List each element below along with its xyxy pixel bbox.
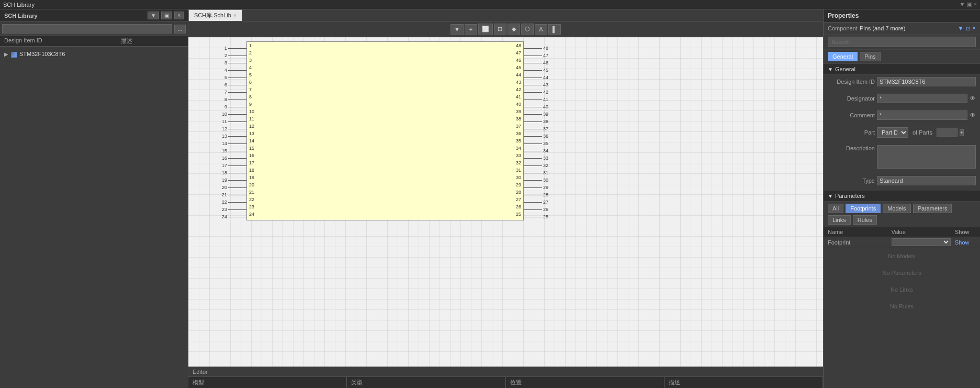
tool-text[interactable]: A: [535, 24, 547, 35]
panel-close-btn[interactable]: ×: [174, 12, 184, 19]
params-tab-rules[interactable]: Rules: [853, 215, 877, 225]
panel-detach-btn[interactable]: ▣: [161, 12, 172, 19]
col-show-header: Show: [955, 229, 976, 235]
footprint-select[interactable]: [892, 238, 951, 246]
designator-input[interactable]: [877, 94, 967, 103]
no-links: No Links: [824, 281, 980, 298]
search-row: [824, 35, 980, 50]
comment-eye[interactable]: 👁: [970, 112, 976, 119]
params-tab-models[interactable]: Models: [883, 204, 910, 213]
filter-icon3[interactable]: ×: [972, 25, 976, 32]
col-value-header: Value: [892, 229, 951, 235]
parameters-section-header[interactable]: ▼ Parameters: [824, 191, 980, 202]
tab-bar: SCH库.SchLib ×: [188, 9, 823, 21]
properties-title: Properties: [824, 9, 980, 23]
col-headers: Design Item ID 描述: [0, 36, 188, 47]
bottom-col-pos: 位置: [506, 377, 664, 388]
bottom-col-type: 类型: [347, 377, 505, 388]
filter-btn[interactable]: ...: [174, 25, 186, 34]
tool-add[interactable]: +: [465, 24, 477, 35]
canvas-area: 123456789101112131415161718192021222324 …: [188, 37, 823, 367]
prop-tabs: General Pins: [824, 50, 980, 64]
params-arrow: ▼: [828, 193, 833, 199]
bottom-col-desc: 描述: [664, 377, 823, 388]
tab-pins[interactable]: Pins: [860, 52, 880, 61]
filter-input[interactable]: [2, 24, 172, 34]
tab-label: SCH库.SchLib: [194, 12, 231, 19]
tool-filter[interactable]: ▼: [450, 24, 464, 35]
no-parameters: No Parameters: [824, 264, 980, 281]
bottom-col-model: 模型: [188, 377, 347, 388]
designator-label: Designator: [828, 95, 875, 102]
left-panel: SCH Library ▼ ▣ × ... Design Item ID 描述 …: [0, 9, 188, 388]
tab-close-btn[interactable]: ×: [233, 13, 236, 18]
component-label: Component: [828, 25, 858, 31]
ic-component: 123456789101112131415161718192021222324 …: [220, 41, 550, 220]
filter-icon[interactable]: ▼: [958, 25, 964, 32]
designator-row: Designator 👁: [824, 92, 980, 105]
comment-label: Comment: [828, 112, 875, 118]
editor-bottom-label: Editor: [188, 367, 823, 376]
part-label: Part: [828, 129, 875, 136]
title-bar: SCH Library ▼ ▣ ×: [0, 0, 980, 9]
tab-general[interactable]: General: [828, 52, 858, 61]
design-item-row: Design Item ID: [824, 75, 980, 88]
tool-select[interactable]: ⊡: [494, 24, 506, 35]
panel-pin-btn[interactable]: ▼: [148, 12, 159, 19]
description-textarea[interactable]: [877, 145, 976, 169]
type-input[interactable]: [877, 176, 976, 185]
params-tab-links[interactable]: Links: [828, 215, 851, 225]
general-section-label: General: [835, 66, 855, 72]
part-row: Part Part D of Parts +: [824, 125, 980, 140]
no-models: No Models: [824, 248, 980, 264]
footprint-val: [892, 238, 951, 246]
chip-icon: ▦: [10, 50, 17, 58]
type-row: Type: [824, 174, 980, 187]
editor-area: SCH库.SchLib × ▼ + ⬜ ⊡ ◆ ⬡ A ▌: [188, 9, 823, 388]
tab-schlib[interactable]: SCH库.SchLib ×: [188, 9, 242, 21]
col-name-header: Name: [828, 229, 887, 235]
footprint-row: Footprint Show: [824, 237, 980, 248]
of-parts-label: of Parts: [910, 129, 934, 136]
filter-icon2[interactable]: ⊡: [966, 26, 970, 31]
expand-icon: ▶: [4, 51, 8, 57]
tree-item-stm32[interactable]: ▶ ▦ STM32F103C8T6: [2, 49, 186, 59]
type-label: Type: [828, 178, 875, 184]
tool-wire[interactable]: ◆: [508, 24, 520, 35]
ic-body: 1482473464455446437428419401039113812371…: [246, 41, 524, 220]
col-design-id-header: Design Item ID: [4, 37, 121, 45]
comment-row: Comment 👁: [824, 108, 980, 122]
toolbar: ▼ + ⬜ ⊡ ◆ ⬡ A ▌: [188, 21, 823, 37]
description-row: Description: [824, 143, 980, 171]
general-arrow: ▼: [828, 66, 833, 72]
left-panel-header: SCH Library ▼ ▣ ×: [0, 9, 188, 22]
no-rules: No Rules: [824, 298, 980, 315]
right-panel: Properties Component Pins (and 7 more) ▼…: [823, 9, 980, 388]
add-part-btn[interactable]: +: [960, 129, 964, 136]
bottom-bar: 模型 类型 位置 描述: [188, 376, 823, 388]
tool-pin[interactable]: ▌: [548, 24, 561, 35]
title-controls: ▼ ▣ ×: [960, 1, 977, 8]
design-item-input[interactable]: [877, 77, 976, 86]
params-tab-all[interactable]: All: [828, 204, 843, 213]
pins-left-outer: 123456789101112131415161718192021222324: [220, 41, 246, 220]
part-select[interactable]: Part D: [877, 127, 908, 138]
filter-row: ...: [0, 22, 188, 36]
params-tab-parameters[interactable]: Parameters: [913, 204, 952, 213]
tool-poly[interactable]: ⬡: [521, 24, 534, 35]
search-input[interactable]: [828, 37, 976, 47]
footprint-name: Footprint: [828, 239, 887, 246]
of-parts-input[interactable]: [937, 128, 958, 137]
comment-input[interactable]: [877, 110, 967, 120]
tool-rect[interactable]: ⬜: [478, 24, 493, 35]
pins-right-outer: 4847464544434241403938373635343332313029…: [524, 41, 550, 220]
parameters-label: Parameters: [835, 193, 865, 199]
general-section-header[interactable]: ▼ General: [824, 64, 980, 75]
design-item-label: Design Item ID: [828, 79, 875, 85]
footprint-show-btn[interactable]: Show: [955, 239, 976, 246]
params-tab-footprints[interactable]: Footprints: [846, 204, 881, 213]
component-value: Pins (and 7 more): [860, 25, 955, 31]
app-title: SCH Library: [3, 2, 35, 8]
designator-eye[interactable]: 👁: [970, 95, 976, 102]
col-desc-header: 描述: [121, 37, 184, 45]
